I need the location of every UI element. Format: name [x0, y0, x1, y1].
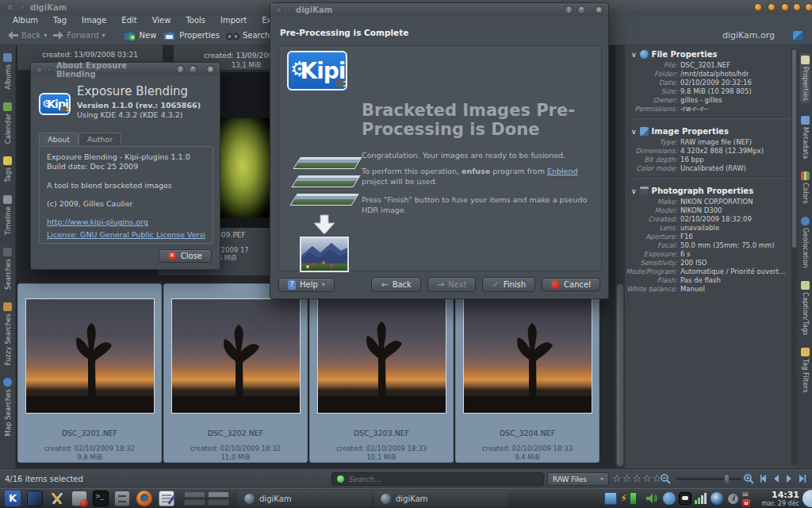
collapse-caret-icon[interactable]: ∨ [631, 187, 637, 195]
sidebar-tab-fuzzy-searches[interactable]: Fuzzy Searches [3, 302, 12, 365]
tray-power-icon[interactable]: ⚡ [620, 492, 628, 505]
thumbnail-tile-selected[interactable]: DSC_3201.NEF created: 02/10/2009 18:32 9… [17, 283, 162, 463]
forward-button[interactable]: Forward ▾ [53, 31, 105, 40]
clock-date[interactable]: mar. 29 déc [745, 500, 799, 507]
digikam-logo-icon[interactable] [792, 30, 804, 41]
search-input[interactable] [348, 475, 538, 483]
menu-tools[interactable]: Tools [186, 16, 205, 25]
sidebar-tab-map-searches[interactable]: Map Searches [3, 378, 12, 437]
rating-stars[interactable]: ☆☆☆☆☆ [612, 472, 662, 484]
firefox-icon[interactable] [136, 491, 152, 506]
zoom-in-icon[interactable] [744, 474, 754, 484]
window-button-help[interactable] [781, 3, 789, 11]
window-menu-icon[interactable] [286, 7, 292, 13]
tray-display-icon[interactable] [604, 492, 617, 505]
search-button[interactable]: Search [226, 30, 270, 40]
wizard-titlebar[interactable]: digiKam ? ^ ✕ [270, 3, 608, 17]
back-button[interactable]: Back ▾ [8, 31, 47, 40]
window-button-shade[interactable] [793, 3, 801, 11]
file-manager-icon[interactable] [114, 491, 130, 506]
sidebar-tab-calendar[interactable]: Calendar [3, 102, 12, 144]
window-pin-icon[interactable] [36, 66, 43, 73]
task-digikam-2[interactable]: digiKam [374, 491, 508, 507]
new-album-button[interactable]: New [123, 30, 157, 41]
tray-browser-icon[interactable] [710, 492, 723, 505]
back-caret-icon[interactable]: ▾ [44, 32, 47, 39]
close-window-button[interactable]: ✕ [595, 6, 603, 14]
remote-desktop-icon[interactable] [71, 491, 87, 506]
collapse-caret-icon[interactable]: ∨ [631, 128, 637, 136]
menu-album[interactable]: Album [13, 16, 38, 25]
task-digikam-1[interactable]: digiKam [238, 491, 371, 507]
pager-desktop-4[interactable] [208, 499, 229, 506]
sidebar-tab-geolocation[interactable]: Geolocation [801, 217, 810, 268]
sidebar-tab-properties[interactable]: Properties [800, 53, 810, 103]
tray-info-icon[interactable]: i [728, 494, 738, 504]
file-filter-dropdown[interactable]: RAW Files ▾ [547, 472, 609, 486]
thumbnail-tile-selected[interactable]: DSC_3204.NEF created: 02/10/2009 18:33 9… [455, 283, 599, 463]
konsole-icon[interactable] [27, 491, 43, 506]
enblend-link[interactable]: Enblend [547, 167, 578, 175]
window-menu-icon[interactable] [47, 67, 52, 72]
tab-about[interactable]: About [39, 133, 79, 145]
kipi-plugins-link[interactable]: http://www.kipi-plugins.org [47, 217, 148, 226]
scrollbar-handle[interactable] [616, 283, 624, 467]
first-item-icon[interactable] [758, 473, 769, 484]
properties-button[interactable]: Properties [163, 30, 220, 41]
quick-search-field[interactable] [331, 472, 544, 486]
plasma-panel-cashew[interactable] [802, 490, 812, 507]
sidebar-tab-searches[interactable]: Searches [3, 248, 12, 290]
next-item-icon[interactable] [783, 473, 795, 484]
script-editor-icon[interactable] [159, 491, 174, 506]
clock-time[interactable]: 14:31 [755, 490, 799, 500]
menu-import[interactable]: Import [220, 16, 247, 25]
last-item-icon[interactable] [796, 473, 807, 484]
sidebar-tab-colors[interactable]: Colors [801, 171, 810, 204]
close-button[interactable]: ✕ Close [159, 249, 212, 263]
zoom-out-icon[interactable] [661, 474, 671, 484]
window-menu-icon[interactable] [19, 4, 25, 10]
close-window-button[interactable]: ✕ [206, 65, 215, 74]
scrollbar-handle[interactable] [792, 49, 796, 248]
thumbnail-tile-selected[interactable]: DSC_3203.NEF created: 02/10/2009 18:33 1… [309, 283, 454, 463]
tray-messenger-icon[interactable] [679, 492, 691, 505]
sidebar-tab-caption-tags[interactable]: Caption/Tags [801, 281, 810, 336]
desktop-pager[interactable] [184, 491, 230, 506]
terminal-icon[interactable]: >_ [93, 491, 109, 506]
tab-author[interactable]: Author [79, 133, 121, 145]
cancel-button[interactable]: Cancel [542, 278, 600, 291]
image-properties-header[interactable]: ∨ Image Properties [625, 122, 798, 138]
sidebar-tab-albums[interactable]: Albums [3, 53, 12, 90]
photograph-properties-header[interactable]: ∨ Photograph Properties [625, 182, 798, 198]
tray-volume-icon[interactable] [645, 492, 658, 505]
tray-battery-icon[interactable] [630, 492, 637, 505]
shade-window-button[interactable]: ^ [577, 6, 586, 14]
window-button-1[interactable] [754, 3, 762, 11]
license-link[interactable]: License: GNU General Public License Vers… [47, 230, 205, 239]
next-button[interactable]: → Next [427, 277, 477, 292]
help-window-button[interactable]: ? [565, 6, 573, 14]
sidebar-tab-tag-filters[interactable]: Tag Filters [801, 348, 810, 393]
sidebar-tab-timeline[interactable]: Timeline [3, 195, 12, 235]
sidebar-tab-tags[interactable]: Tags [3, 156, 12, 183]
forward-caret-icon[interactable]: ▾ [102, 32, 105, 39]
previous-item-icon[interactable] [771, 473, 782, 484]
menu-view[interactable]: View [152, 16, 171, 25]
tray-chat-icon[interactable] [663, 492, 676, 505]
help-window-button[interactable]: ? [176, 65, 185, 74]
file-properties-header[interactable]: ∨ File Properties [625, 45, 798, 61]
system-tools-icon[interactable] [49, 491, 65, 506]
menu-image[interactable]: Image [82, 16, 106, 25]
kde-menu-button[interactable]: K [5, 491, 21, 506]
help-button[interactable]: ? Help ▾ [278, 278, 335, 292]
menu-tag[interactable]: Tag [53, 16, 67, 25]
finish-button[interactable]: ✓ Finish [482, 277, 535, 292]
pager-desktop-1[interactable] [184, 491, 205, 498]
window-pin-icon[interactable] [6, 3, 14, 11]
zoom-slider[interactable] [676, 478, 741, 480]
sidebar-scrollbar[interactable] [791, 48, 797, 466]
thumbnail-scrollbar[interactable] [615, 45, 625, 468]
back-button[interactable]: ← Back [371, 277, 421, 292]
window-button-2[interactable] [768, 3, 776, 11]
zoom-slider-handle[interactable] [724, 474, 730, 484]
